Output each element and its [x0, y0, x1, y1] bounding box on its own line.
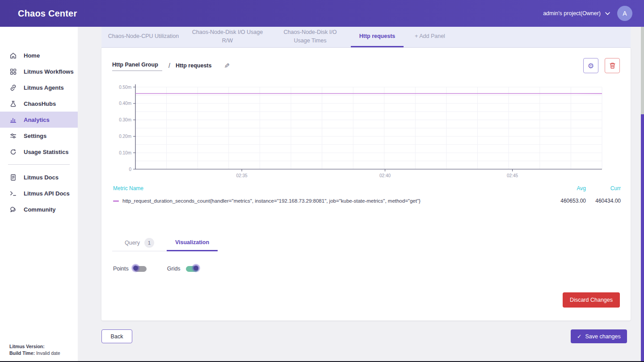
- sidebar-item-home[interactable]: Home: [0, 47, 78, 63]
- tab-chaos-node-cpu-utilization[interactable]: Chaos-Node-CPU Utilization: [101, 27, 185, 47]
- sidebar-item-settings[interactable]: Settings: [0, 128, 78, 144]
- avatar-initial: A: [623, 10, 627, 17]
- sidebar-item-label: Litmus Docs: [24, 174, 59, 181]
- sidebar-item-label: Settings: [24, 133, 46, 139]
- usage-circle-icon: [9, 148, 17, 156]
- discard-changes-button[interactable]: Discard Changes: [563, 292, 620, 308]
- sidebar-item-label: Usage Statistics: [24, 149, 68, 155]
- svg-text:0.40m: 0.40m: [119, 101, 131, 106]
- svg-text:0.10m: 0.10m: [119, 150, 131, 155]
- grids-label: Grids: [167, 266, 181, 272]
- sidebar-item-label: ChaosHubs: [24, 100, 56, 107]
- points-toggle-group: Points: [113, 266, 147, 272]
- sidebar-nav: Home Litmus Workflows Litmus Agents Chao…: [0, 27, 78, 217]
- svg-text:02:45: 02:45: [507, 173, 518, 178]
- tab-http-requests[interactable]: Http requests: [351, 27, 404, 47]
- query-count-badge: 1: [144, 238, 154, 248]
- points-label: Points: [113, 266, 129, 272]
- avatar[interactable]: A: [617, 6, 632, 21]
- chaos-center-app: Chaos Center admin's project(Owner) A Ho…: [0, 0, 644, 362]
- svg-text:02:35: 02:35: [236, 173, 248, 178]
- version-info: Litmus Version: Build Time: Invalid date: [9, 343, 60, 357]
- breadcrumb-separator: /: [168, 62, 170, 69]
- panel-tabbar: Chaos-Node-CPU Utilization Chaos-Node-Di…: [101, 27, 631, 48]
- points-toggle-thumb: [132, 265, 139, 271]
- tab-visualization[interactable]: Visualization: [167, 234, 218, 251]
- bar-chart-icon: [9, 116, 17, 124]
- grids-toggle-thumb: [193, 265, 199, 271]
- sidebar-item-litmus-agents[interactable]: Litmus Agents: [0, 79, 78, 96]
- editor-tabs: Query 1 Visualization: [112, 234, 218, 251]
- tab-chaos-node-disk-io-usage-times[interactable]: Chaos-Node-Disk I/O Usage Times: [269, 27, 351, 47]
- legend-columns: Avg Curr: [551, 185, 621, 191]
- add-panel-tab[interactable]: + Add Panel: [404, 27, 456, 47]
- panel-group-name-input[interactable]: [112, 61, 162, 71]
- panel-editor-card: / Http requests ✎ ⚙ 00.10m0.20m0.30m0.40…: [101, 48, 631, 320]
- sidebar-item-litmus-docs[interactable]: Litmus Docs: [0, 169, 78, 185]
- check-icon: ✓: [577, 333, 581, 340]
- metric-name-label: Metric Name: [113, 185, 143, 191]
- sidebar-item-label: Litmus Agents: [24, 84, 64, 91]
- chart-container: 00.10m0.20m0.30m0.40m0.50m02:3502:4002:4…: [112, 82, 609, 182]
- legend-header: Metric Name Avg Curr: [113, 185, 621, 191]
- sidebar-item-usage-statistics[interactable]: Usage Statistics: [0, 144, 78, 160]
- header-right: admin's project(Owner) A: [543, 6, 632, 21]
- tab-chaos-node-disk-io-usage-rw[interactable]: Chaos-Node-Disk I/O Usage R/W: [185, 27, 269, 47]
- save-changes-label: Save changes: [585, 333, 620, 340]
- sidebar-item-label: Litmus Workflows: [24, 68, 74, 75]
- grids-toggle[interactable]: [186, 266, 198, 272]
- sidebar-item-label: Analytics: [24, 117, 50, 123]
- visualization-tab-label: Visualization: [175, 239, 209, 245]
- panel-delete-button[interactable]: [605, 58, 620, 73]
- sidebar-item-label: Community: [24, 206, 56, 213]
- scrollbar-track[interactable]: [641, 27, 644, 362]
- edit-pencil-icon[interactable]: ✎: [223, 63, 231, 69]
- tab-query[interactable]: Query 1: [112, 234, 167, 251]
- sidebar-item-community[interactable]: Community: [0, 201, 78, 217]
- panel-breadcrumb: / Http requests ✎: [112, 61, 230, 71]
- app-header: Chaos Center admin's project(Owner) A: [0, 0, 644, 27]
- legend-series-label: http_request_duration_seconds_count{hand…: [122, 198, 421, 204]
- curr-value: 460434.00: [586, 198, 621, 204]
- version-label: Litmus Version:: [9, 344, 45, 349]
- back-button[interactable]: Back: [101, 329, 132, 343]
- project-label: admin's project(Owner): [543, 10, 601, 17]
- save-changes-button[interactable]: ✓ Save changes: [571, 329, 627, 343]
- chart-legend: Metric Name Avg Curr http_request_durati…: [113, 185, 621, 204]
- legend-values: 460653.00 460434.00: [551, 198, 621, 204]
- panel-settings-button[interactable]: ⚙: [583, 58, 598, 73]
- avg-value: 460653.00: [551, 198, 586, 204]
- panel-actions: ⚙: [583, 58, 620, 73]
- legend-series-marker: [113, 200, 119, 202]
- svg-text:0: 0: [129, 167, 131, 172]
- avg-column-label: Avg: [551, 185, 586, 191]
- legend-row: http_request_duration_seconds_count{hand…: [113, 198, 621, 204]
- build-time-value: Invalid date: [36, 350, 60, 356]
- sliders-icon: [9, 132, 17, 140]
- document-icon: [9, 174, 17, 181]
- sidebar-divider: [8, 164, 70, 165]
- sidebar: Home Litmus Workflows Litmus Agents Chao…: [0, 27, 78, 362]
- sidebar-item-analytics[interactable]: Analytics: [0, 112, 78, 128]
- svg-text:0.50m: 0.50m: [119, 85, 131, 90]
- gear-icon: ⚙: [588, 62, 594, 70]
- scrollbar-thumb[interactable]: [641, 114, 644, 362]
- app-title: Chaos Center: [18, 8, 77, 19]
- sidebar-item-label: Home: [24, 52, 40, 59]
- sidebar-item-chaoshubs[interactable]: ChaosHubs: [0, 96, 78, 112]
- points-toggle[interactable]: [134, 266, 147, 272]
- sidebar-item-litmus-workflows[interactable]: Litmus Workflows: [0, 63, 78, 79]
- build-time-label: Build Time:: [9, 350, 35, 356]
- sidebar-item-litmus-api-docs[interactable]: Litmus API Docs: [0, 185, 78, 201]
- http-requests-chart: 00.10m0.20m0.30m0.40m0.50m02:3502:4002:4…: [112, 82, 609, 182]
- legend-series[interactable]: http_request_duration_seconds_count{hand…: [113, 198, 421, 204]
- flask-icon: [9, 100, 17, 108]
- link-icon: [9, 84, 17, 92]
- query-tab-label: Query: [125, 240, 140, 246]
- svg-text:0.20m: 0.20m: [119, 134, 131, 139]
- sidebar-item-label: Litmus API Docs: [24, 190, 70, 197]
- project-selector[interactable]: admin's project(Owner): [543, 10, 610, 17]
- chat-bubbles-icon: [9, 206, 17, 213]
- curr-column-label: Curr: [586, 185, 621, 191]
- workflows-icon: [9, 68, 17, 75]
